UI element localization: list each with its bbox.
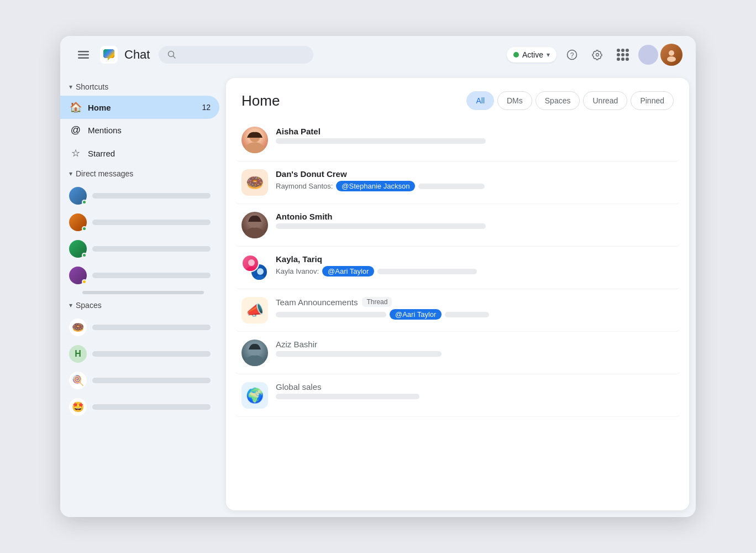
dm-section-header[interactable]: ▾ Direct messages [60, 165, 226, 182]
dm-chevron-icon: ▾ [69, 170, 72, 178]
shortcuts-label: Shortcuts [76, 82, 108, 91]
topbar-center [159, 46, 497, 64]
dm-avatar-3 [69, 240, 87, 258]
dm-list-item[interactable] [60, 236, 219, 262]
svg-point-20 [244, 355, 266, 366]
chat-preview-dans: Raymond Santos: @Stephanie Jackson [276, 181, 674, 191]
svg-text:?: ? [570, 51, 574, 59]
svg-point-17 [248, 259, 255, 266]
chat-item-global[interactable]: 🌍 Global sales [235, 374, 680, 417]
dm-status-dot-2 [82, 226, 87, 231]
chat-item-aziz[interactable]: Aziz Bashir [235, 332, 680, 374]
svg-point-8 [596, 54, 599, 56]
preview-bar-global [276, 394, 419, 399]
mentions-icon: @ [69, 124, 82, 136]
mentions-label: Mentions [88, 126, 211, 135]
chat-avatar-aisha [242, 127, 268, 153]
chat-preview-kayla: Kayla Ivanov: @Aari Taylor [276, 266, 674, 276]
space-item-2[interactable]: H [60, 341, 219, 367]
starred-icon: ☆ [69, 147, 82, 159]
svg-point-10 [667, 56, 676, 62]
apps-grid-icon[interactable] [613, 45, 633, 65]
dm-scrollbar[interactable] [82, 291, 204, 294]
home-icon: 🏠 [69, 101, 82, 113]
svg-rect-2 [78, 58, 89, 59]
space-emoji-4: 🤩 [69, 398, 87, 416]
account-avatar-placeholder [638, 45, 658, 65]
chat-preview-team: @Aari Taylor [276, 309, 674, 320]
dm-status-dot-4 [82, 279, 87, 284]
chat-name-global: Global sales [276, 382, 674, 392]
help-icon[interactable]: ? [562, 45, 582, 65]
chat-item-aisha[interactable]: Aisha Patel [235, 119, 680, 161]
preview-bar-team-2 [445, 312, 489, 317]
chat-info-aziz: Aziz Bashir [276, 340, 674, 357]
svg-point-18 [254, 275, 267, 281]
space-name-bar-4 [92, 404, 211, 410]
chat-avatar-team: 📣 [242, 297, 268, 324]
dm-section-label: Direct messages [76, 169, 133, 178]
active-label: Active [522, 50, 543, 59]
spaces-section-header[interactable]: ▾ Spaces [60, 296, 226, 314]
kayla-preview-text: Kayla Ivanov: [276, 267, 319, 275]
dans-preview-text: Raymond Santos: [276, 182, 333, 190]
preview-bar-aisha [276, 138, 486, 144]
preview-bar-antonio [276, 223, 486, 229]
svg-point-9 [669, 50, 674, 56]
shortcuts-section-header[interactable]: ▾ Shortcuts [60, 78, 226, 96]
tab-dms[interactable]: DMs [497, 91, 532, 110]
sidebar-item-mentions[interactable]: @ Mentions [60, 119, 219, 142]
chat-avatar-aziz [242, 340, 268, 366]
svg-point-14 [244, 227, 266, 238]
search-input[interactable] [181, 50, 280, 59]
hamburger-icon[interactable] [74, 45, 93, 65]
chat-avatar-kayla-tariq [242, 254, 268, 281]
user-avatar[interactable] [660, 44, 683, 66]
space-item-3[interactable]: 🍭 [60, 367, 219, 394]
dans-mention-tag: @Stephanie Jackson [336, 181, 415, 191]
sidebar-item-starred[interactable]: ☆ Starred [60, 142, 219, 165]
active-status-button[interactable]: Active ▾ [507, 47, 556, 62]
chat-name-antonio: Antonio Smith [276, 212, 674, 221]
tab-pinned[interactable]: Pinned [631, 91, 674, 110]
dm-list-item[interactable] [60, 182, 219, 209]
chat-name-team: Team Announcements Thread [276, 297, 674, 307]
kayla-mention-tag: @Aari Taylor [322, 266, 374, 276]
search-icon [167, 50, 176, 59]
dm-list-item[interactable] [60, 262, 219, 289]
sidebar-item-home[interactable]: 🏠 Home 12 [60, 96, 219, 119]
tab-all[interactable]: All [466, 91, 494, 110]
chat-info-aisha: Aisha Patel [276, 127, 674, 144]
sidebar: ▾ Shortcuts 🏠 Home 12 @ Mentions ☆ Starr… [60, 74, 226, 517]
chat-item-antonio[interactable]: Antonio Smith [235, 204, 680, 247]
chat-avatar-global: 🌍 [242, 382, 268, 409]
dm-list-item[interactable] [60, 209, 219, 236]
active-dot [513, 52, 519, 58]
search-bar[interactable] [159, 46, 313, 64]
tab-unread[interactable]: Unread [583, 91, 627, 110]
svg-line-5 [174, 56, 176, 59]
preview-bar-dans [418, 184, 485, 189]
tab-spaces[interactable]: Spaces [536, 91, 580, 110]
chat-list: Aisha Patel 🍩 Dan's Donut Crew Raymo [226, 119, 689, 510]
space-item-4[interactable]: 🤩 [60, 394, 219, 420]
chat-item-dans[interactable]: 🍩 Dan's Donut Crew Raymond Santos: @Step… [235, 161, 680, 204]
chat-item-kayla[interactable]: Kayla, Tariq Kayla Ivanov: @Aari Taylor [235, 247, 680, 289]
app-window: Chat Active ▾ ? [60, 36, 696, 517]
team-mention-tag: @Aari Taylor [390, 309, 442, 320]
space-name-bar-2 [92, 351, 211, 357]
settings-icon[interactable] [587, 45, 607, 65]
home-label: Home [88, 103, 196, 112]
chat-info-antonio: Antonio Smith [276, 212, 674, 229]
main-layout: ▾ Shortcuts 🏠 Home 12 @ Mentions ☆ Starr… [60, 74, 696, 517]
chat-name-kayla: Kayla, Tariq [276, 254, 674, 264]
dm-avatar-1 [69, 187, 87, 205]
chat-info-dans: Dan's Donut Crew Raymond Santos: @Stepha… [276, 169, 674, 191]
chat-name-dans: Dan's Donut Crew [276, 169, 674, 179]
space-item-1[interactable]: 🍩 [60, 314, 219, 341]
space-name-bar-1 [92, 325, 211, 330]
dm-name-bar-2 [92, 220, 211, 225]
chat-item-team[interactable]: 📣 Team Announcements Thread @Aari Taylor [235, 289, 680, 332]
dm-status-dot-1 [82, 200, 87, 205]
svg-point-19 [257, 268, 264, 275]
